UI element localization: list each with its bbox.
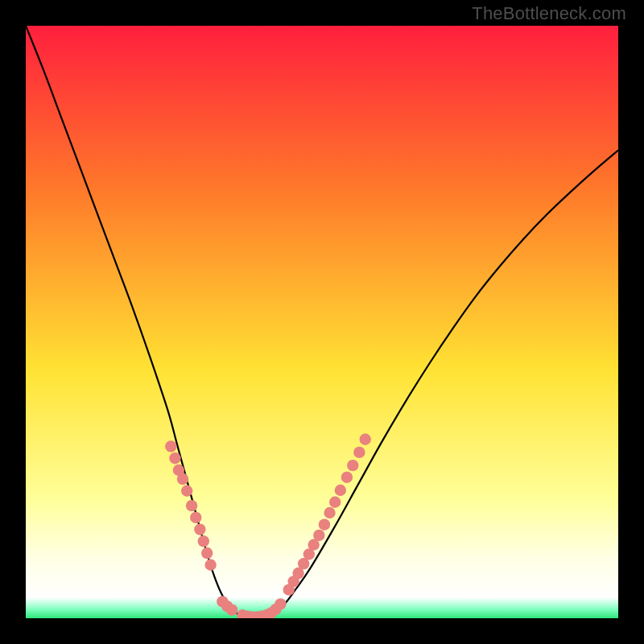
highlight-dot bbox=[335, 485, 346, 496]
highlight-dot bbox=[169, 452, 180, 464]
highlight-dot bbox=[324, 507, 335, 518]
highlight-dot bbox=[198, 535, 209, 547]
highlight-dot bbox=[319, 519, 330, 530]
plot-area bbox=[26, 26, 618, 618]
highlight-dot bbox=[177, 473, 188, 485]
highlight-dot bbox=[353, 447, 365, 458]
watermark-text: TheBottleneck.com bbox=[472, 3, 626, 24]
bottleneck-chart bbox=[26, 26, 618, 618]
highlight-dot bbox=[341, 472, 353, 483]
highlight-dot bbox=[190, 512, 201, 523]
highlight-dot bbox=[165, 440, 176, 452]
highlight-dot bbox=[313, 530, 324, 541]
chart-frame: TheBottleneck.com bbox=[0, 0, 644, 644]
highlight-dot bbox=[329, 497, 341, 508]
highlight-dot bbox=[226, 604, 237, 615]
highlight-dot bbox=[204, 559, 216, 571]
highlight-dot bbox=[347, 460, 358, 471]
highlight-dot bbox=[360, 434, 371, 445]
highlight-dot bbox=[194, 523, 205, 535]
highlight-dot bbox=[201, 547, 213, 559]
highlight-dot bbox=[181, 485, 192, 497]
highlight-dot bbox=[186, 500, 197, 511]
highlight-dot bbox=[275, 598, 286, 609]
